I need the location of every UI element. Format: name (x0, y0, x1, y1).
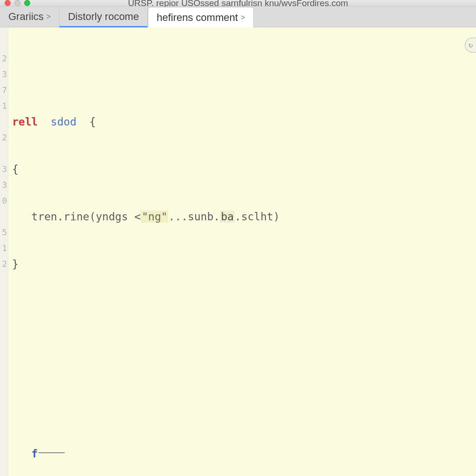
line-number: 2 (2, 130, 8, 145)
line-number: 1 (2, 240, 8, 256)
code-line (12, 398, 476, 414)
code-line (12, 304, 476, 319)
line-number: 2 (2, 51, 8, 66)
tab-hefirens-comment[interactable]: hefirens comment > (148, 7, 254, 27)
line-number: 3 (2, 66, 8, 82)
refresh-icon[interactable]: ↻ (465, 38, 476, 53)
token-text: ...sunb. (168, 211, 220, 223)
tab-label: Distorly rocome (68, 11, 139, 23)
tab-grariics[interactable]: Grariics > (0, 7, 60, 27)
line-number: 5 (2, 225, 8, 240)
tab-strip: Grariics > Distorly rocome hefirens comm… (0, 7, 476, 27)
line-number: 7 (2, 82, 8, 98)
token-keyword: rell (12, 116, 38, 128)
chevron-right-icon: > (241, 13, 245, 22)
line-number-gutter: 2 3 7 1 2 3 3 0 5 1 2 (0, 27, 8, 476)
line-number (7, 145, 8, 161)
token-brace: } (12, 258, 19, 270)
code-line: } (12, 256, 476, 272)
token-highlight: ba (220, 211, 235, 223)
code-line: rell sdod { (12, 114, 476, 130)
line-number: 2 (2, 256, 8, 272)
line-number: 0 (2, 193, 8, 209)
code-line (12, 351, 476, 367)
code-line: tren.rine(yndgs <"ng"...sunb.ba.sclht) (12, 209, 476, 225)
line-number (7, 114, 8, 130)
code-line: f (12, 446, 476, 462)
line-number: 1 (2, 98, 8, 114)
tab-distorly-rocome[interactable]: Distorly rocome (60, 7, 148, 27)
tab-label: hefirens comment (157, 12, 238, 24)
line-number: 3 (2, 161, 8, 177)
code-line: { (12, 161, 476, 177)
token-string: "ng" (141, 211, 168, 223)
traffic-lights (5, 0, 30, 6)
token-brace: { (89, 116, 96, 128)
editor[interactable]: 2 3 7 1 2 3 3 0 5 1 2 ↻ rell sdod { { tr… (0, 27, 476, 476)
code-area[interactable]: ↻ rell sdod { { tren.rine(yndgs <"ng"...… (8, 27, 476, 476)
horizontal-rule-icon (39, 452, 65, 453)
minimize-window-button[interactable] (14, 0, 20, 6)
tab-label: Grariics (8, 11, 44, 23)
token-identifier: sdod (51, 116, 76, 128)
chevron-right-icon: > (46, 13, 51, 21)
token-f: f (32, 448, 38, 460)
token-text: .sclht) (235, 211, 280, 223)
line-number: 3 (2, 177, 8, 193)
token-call: tren.rine(yndgs < (32, 211, 141, 223)
close-window-button[interactable] (5, 0, 11, 6)
zoom-window-button[interactable] (24, 0, 30, 6)
line-number (7, 209, 8, 225)
title-bar: URSP. repior USOssed sarnfulrisn knu/wvs… (0, 0, 476, 7)
token-brace: { (12, 163, 19, 175)
